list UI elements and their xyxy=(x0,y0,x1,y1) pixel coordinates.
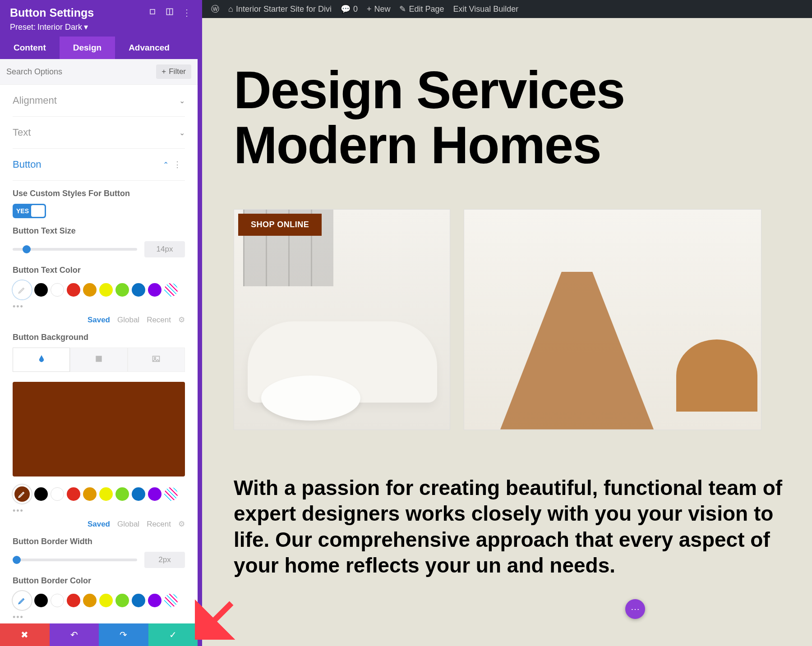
color-picker-trigger[interactable] xyxy=(13,591,32,610)
search-input[interactable] xyxy=(6,67,156,77)
text-size-value[interactable]: 14px xyxy=(144,241,185,257)
builder-edge xyxy=(198,0,202,646)
wp-logo[interactable]: ⓦ xyxy=(207,4,224,14)
swatch-red[interactable] xyxy=(67,283,80,297)
swatch-white[interactable] xyxy=(51,487,64,501)
swatch-blue[interactable] xyxy=(132,487,145,501)
swatch-yellow[interactable] xyxy=(99,594,113,607)
slider-thumb[interactable] xyxy=(13,556,21,564)
swatch-yellow[interactable] xyxy=(99,487,113,501)
preset-selector[interactable]: Preset: Interior Dark ▾ xyxy=(10,22,188,32)
image-gallery: SHOP ONLINE xyxy=(234,209,812,430)
border-width-value[interactable]: 2px xyxy=(144,552,185,568)
comment-icon: 💬 xyxy=(341,4,351,14)
shop-online-button[interactable]: SHOP ONLINE xyxy=(238,214,322,236)
expand-icon[interactable] xyxy=(148,7,157,16)
shop-button-label: SHOP ONLINE xyxy=(251,220,309,229)
preset-value: Interior Dark xyxy=(37,23,82,32)
accordion-title: Button xyxy=(13,159,42,170)
undo-button[interactable]: ↶ xyxy=(50,623,99,646)
save-button[interactable]: ✓ xyxy=(148,623,198,646)
swatch-red[interactable] xyxy=(67,487,80,501)
exit-visual-builder[interactable]: Exit Visual Builder xyxy=(449,5,523,14)
filter-button[interactable]: + Filter xyxy=(156,64,191,79)
field-label-text-size: Button Text Size xyxy=(13,226,185,236)
chevron-down-icon: ⌄ xyxy=(179,128,185,137)
swatch-blue[interactable] xyxy=(132,283,145,297)
comments[interactable]: 💬 0 xyxy=(336,4,362,14)
interior-image-2 xyxy=(464,209,761,430)
swatch-transparent[interactable] xyxy=(164,487,178,501)
tab-saved[interactable]: Saved xyxy=(88,520,110,529)
dots-icon: ⋯ xyxy=(631,604,640,614)
bg-tab-color[interactable] xyxy=(13,348,70,372)
accordion-button[interactable]: Button ⌃ ⋮ xyxy=(13,149,185,181)
custom-styles-toggle[interactable]: YES xyxy=(13,204,46,218)
comment-count: 0 xyxy=(353,5,358,14)
new-content[interactable]: + New xyxy=(362,5,395,14)
builder-fab[interactable]: ⋯ xyxy=(625,599,645,619)
tab-global[interactable]: Global xyxy=(117,520,139,529)
swatch-purple[interactable] xyxy=(148,487,161,501)
lead-paragraph: With a passion for creating beautiful, f… xyxy=(234,475,812,579)
undo-icon: ↶ xyxy=(70,629,78,640)
gear-icon[interactable]: ⚙ xyxy=(178,519,185,529)
site-home[interactable]: ⌂ Interior Starter Site for Divi xyxy=(224,5,336,14)
swatch-transparent[interactable] xyxy=(164,594,178,607)
swatch-white[interactable] xyxy=(51,594,64,607)
swatch-purple[interactable] xyxy=(148,594,161,607)
swatch-orange[interactable] xyxy=(83,487,97,501)
swatch-orange[interactable] xyxy=(83,283,97,297)
slider-thumb[interactable] xyxy=(23,245,31,253)
more-swatches[interactable]: ••• xyxy=(13,506,185,516)
more-icon[interactable]: ⋮ xyxy=(173,160,181,170)
swatch-blue[interactable] xyxy=(132,594,145,607)
accordion-text[interactable]: Text ⌄ xyxy=(13,117,185,149)
tab-recent[interactable]: Recent xyxy=(147,316,171,325)
wp-admin-bar: ⓦ ⌂ Interior Starter Site for Divi 💬 0 +… xyxy=(202,0,812,18)
background-color-preview[interactable] xyxy=(13,382,185,476)
swatch-orange[interactable] xyxy=(83,594,97,607)
more-icon[interactable]: ⋮ xyxy=(182,7,191,16)
swatch-black[interactable] xyxy=(34,283,48,297)
swatch-red[interactable] xyxy=(67,594,80,607)
border-width-slider[interactable] xyxy=(13,559,137,561)
swatch-transparent[interactable] xyxy=(164,283,178,297)
accordion-alignment[interactable]: Alignment ⌄ xyxy=(13,85,185,117)
color-picker-trigger[interactable] xyxy=(13,485,32,504)
bg-tab-gradient[interactable] xyxy=(70,348,127,372)
bg-tab-image[interactable] xyxy=(128,348,185,372)
more-swatches[interactable]: ••• xyxy=(13,613,185,622)
tab-recent[interactable]: Recent xyxy=(147,520,171,529)
text-size-slider[interactable] xyxy=(13,248,137,251)
gallery-item-1: SHOP ONLINE xyxy=(234,209,450,430)
tab-content[interactable]: Content xyxy=(0,37,60,59)
tab-advanced[interactable]: Advanced xyxy=(115,37,183,59)
more-swatches[interactable]: ••• xyxy=(13,302,185,312)
swatch-purple[interactable] xyxy=(148,283,161,297)
swatch-green[interactable] xyxy=(115,594,129,607)
tab-global[interactable]: Global xyxy=(117,316,139,325)
swatch-black[interactable] xyxy=(34,594,48,607)
tab-saved[interactable]: Saved xyxy=(88,316,110,325)
swatch-white[interactable] xyxy=(51,283,64,297)
color-picker-trigger[interactable] xyxy=(13,280,32,299)
swatch-yellow[interactable] xyxy=(99,283,113,297)
accordion-title: Text xyxy=(13,127,31,138)
field-label-border-color: Button Border Color xyxy=(13,576,185,586)
edit-page[interactable]: ✎ Edit Page xyxy=(395,4,448,14)
toggle-knob xyxy=(31,205,45,217)
swatch-green[interactable] xyxy=(115,487,129,501)
gear-icon[interactable]: ⚙ xyxy=(178,315,185,325)
check-icon: ✓ xyxy=(169,629,177,640)
page-headline: Design Services Modern Homes xyxy=(234,63,812,173)
chevron-up-icon: ⌃ xyxy=(163,160,169,169)
tab-design[interactable]: Design xyxy=(60,37,115,59)
panel-footer: ✖ ↶ ↷ ✓ xyxy=(0,623,198,646)
cancel-button[interactable]: ✖ xyxy=(0,623,50,646)
redo-button[interactable]: ↷ xyxy=(99,623,148,646)
swatch-black[interactable] xyxy=(34,487,48,501)
swatch-green[interactable] xyxy=(115,283,129,297)
snap-icon[interactable] xyxy=(165,7,174,16)
svg-rect-3 xyxy=(96,356,102,362)
